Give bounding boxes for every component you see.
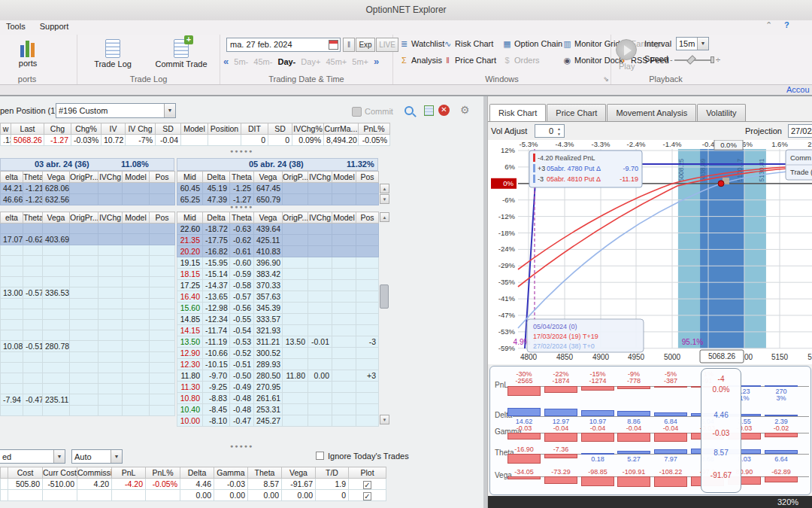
trading-date-field[interactable]: ma. 27 feb. 2024: [226, 38, 341, 52]
column-header[interactable]: Position: [208, 123, 241, 135]
chain-scroll-down-icon[interactable]: ▼: [380, 415, 389, 424]
nav-forward-icon[interactable]: »: [374, 56, 379, 67]
mode-select[interactable]: Auto ▼: [71, 449, 123, 464]
menu-support[interactable]: Support: [34, 20, 75, 32]
column-header[interactable]: Vega: [282, 467, 316, 479]
column-header[interactable]: Chg: [44, 123, 71, 135]
table-row[interactable]: 19.15-15.95-0.60396.90: [177, 257, 379, 269]
table-row[interactable]: 10.08-0.51280.78: [1, 341, 175, 352]
column-header[interactable]: Pos: [150, 212, 175, 224]
trade-log-button[interactable]: Trade Log: [86, 37, 139, 68]
table-row[interactable]: [1, 373, 175, 384]
table-row[interactable]: [1, 384, 175, 394]
table-row[interactable]: 21.35-17.75-0.62425.11: [177, 235, 379, 246]
column-header[interactable]: Gamma: [214, 467, 248, 479]
column-header[interactable]: Last: [11, 123, 44, 135]
table-row[interactable]: 60.4545.19-1.25647.45: [177, 183, 379, 194]
ribbon-button-risk-chart[interactable]: ∿Risk Chart: [443, 39, 502, 53]
column-header[interactable]: OrigPr...: [70, 212, 98, 224]
column-header[interactable]: Delta: [203, 172, 230, 183]
column-header[interactable]: IVChg: [98, 212, 123, 224]
menu-tools[interactable]: Tools: [0, 20, 32, 32]
column-header[interactable]: Pos: [356, 172, 379, 183]
chain-filter-select[interactable]: ed ▼: [0, 449, 65, 464]
windows-dialog-launcher-icon[interactable]: ⇘: [603, 75, 609, 83]
table-row[interactable]: 11.30-9.25-0.49270.95: [177, 382, 379, 393]
ribbon-button-price-chart[interactable]: ‖Price Chart: [443, 56, 502, 69]
interval-dropdown-icon[interactable]: ▼: [697, 38, 708, 50]
settings-gear-icon[interactable]: ⚙: [460, 104, 470, 116]
table-row[interactable]: [1, 266, 175, 277]
speed-plus-icon[interactable]: ÷: [716, 55, 720, 64]
chain-scrollbar-thumb[interactable]: [380, 284, 389, 309]
table-row[interactable]: [1, 363, 175, 373]
column-header[interactable]: Delta: [180, 467, 214, 479]
table-row[interactable]: 15.60-12.98-0.56345.39: [177, 303, 379, 314]
column-header[interactable]: IV Chg: [126, 123, 156, 135]
column-header[interactable]: Model: [123, 172, 150, 183]
table-row[interactable]: 0.000.000.000.000✓: [1, 490, 386, 501]
column-header[interactable]: Theta: [23, 172, 43, 183]
column-header[interactable]: Theta: [230, 212, 254, 224]
risk-chart[interactable]: 5008.255038.895100.175130.8112%6%-6%-12%…: [488, 140, 812, 364]
column-header[interactable]: Model: [332, 212, 356, 224]
column-header[interactable]: IVChg: [308, 172, 332, 183]
column-header[interactable]: elta: [1, 212, 23, 224]
column-header[interactable]: Mid: [177, 172, 203, 183]
help-icon[interactable]: ?: [784, 20, 789, 29]
table-row[interactable]: [1, 224, 175, 234]
tab-volatility[interactable]: Volatility: [697, 104, 745, 121]
column-header[interactable]: Theta: [248, 467, 282, 479]
column-header[interactable]: Pos: [150, 172, 175, 183]
table-row[interactable]: 10.40-8.45-0.48253.31: [177, 404, 379, 415]
position-dropdown-icon[interactable]: ▼: [164, 104, 175, 117]
table-row[interactable]: 17.25-14.37-0.58370.33: [177, 280, 379, 291]
speed-minus-icon[interactable]: -: [670, 55, 673, 64]
ribbon-button-analysis[interactable]: ΣAnalysis: [399, 56, 443, 69]
column-header[interactable]: CurrMa...: [324, 123, 359, 135]
table-row[interactable]: [1, 277, 175, 287]
table-row[interactable]: 13.00-0.57336.53: [1, 287, 175, 299]
tab-movement-analysis[interactable]: Movement Analysis: [607, 104, 696, 121]
ribbon-button-watchlist[interactable]: ≣Watchlist: [399, 39, 443, 53]
summary-row[interactable]: .135068.26-1.27-0.03%10.72-7%-0.04000.09…: [1, 135, 390, 146]
table-row[interactable]: 46.66-1.23632.56: [1, 194, 175, 205]
table-row[interactable]: [1, 299, 175, 309]
column-header[interactable]: w: [1, 123, 11, 135]
column-header[interactable]: PnL%: [146, 467, 180, 479]
column-header[interactable]: Vega: [43, 172, 70, 183]
column-header[interactable]: Vega: [43, 212, 70, 224]
column-header[interactable]: SD: [268, 123, 292, 135]
table-row[interactable]: 13.50-11.19-0.53311.2113.50-0.01-3: [177, 336, 379, 348]
scroll-down-icon[interactable]: ▼: [380, 194, 389, 204]
table-row[interactable]: 44.21-1.21628.06: [1, 183, 175, 194]
column-header[interactable]: PnL%: [359, 123, 390, 135]
ribbon-collapse-icon[interactable]: ⌃: [765, 20, 772, 30]
table-row[interactable]: 14.15-11.74-0.54321.93: [177, 325, 379, 336]
column-header[interactable]: Commissi...: [77, 467, 112, 479]
speed-slider-thumb[interactable]: [686, 55, 696, 65]
nav-5m-minus[interactable]: 5m-: [234, 57, 248, 66]
spin-up-icon[interactable]: ▲: [555, 126, 563, 131]
table-row[interactable]: [1, 330, 175, 341]
column-header[interactable]: OrigP...: [283, 212, 308, 224]
column-header[interactable]: Cost: [8, 467, 43, 479]
column-header[interactable]: Theta: [230, 172, 254, 183]
table-row[interactable]: 10.80-8.83-0.48261.61: [177, 393, 379, 404]
table-row[interactable]: 18.15-15.14-0.59383.42: [177, 269, 379, 280]
current-price-marker[interactable]: [718, 181, 724, 187]
scroll-up-icon[interactable]: ▲: [380, 184, 389, 193]
column-header[interactable]: IV: [102, 123, 126, 135]
column-header[interactable]: Curr Cost: [43, 467, 77, 479]
table-row[interactable]: 505.80-510.004.20-4.20-0.05%4.46-0.038.5…: [1, 479, 386, 490]
splitter-handle[interactable]: ●●●●●: [230, 443, 253, 449]
table-row[interactable]: 22.60-18.72-0.63439.64: [177, 224, 379, 235]
column-header[interactable]: PnL: [112, 467, 146, 479]
tab-risk-chart[interactable]: Risk Chart: [489, 104, 546, 122]
column-header[interactable]: Delta: [203, 212, 230, 224]
column-header[interactable]: [1, 467, 8, 479]
column-header[interactable]: Chg%: [71, 123, 102, 135]
nav-45m-minus[interactable]: 45m-: [253, 57, 272, 66]
column-header[interactable]: Vega: [254, 172, 283, 183]
reports-button[interactable]: ports: [2, 37, 54, 68]
